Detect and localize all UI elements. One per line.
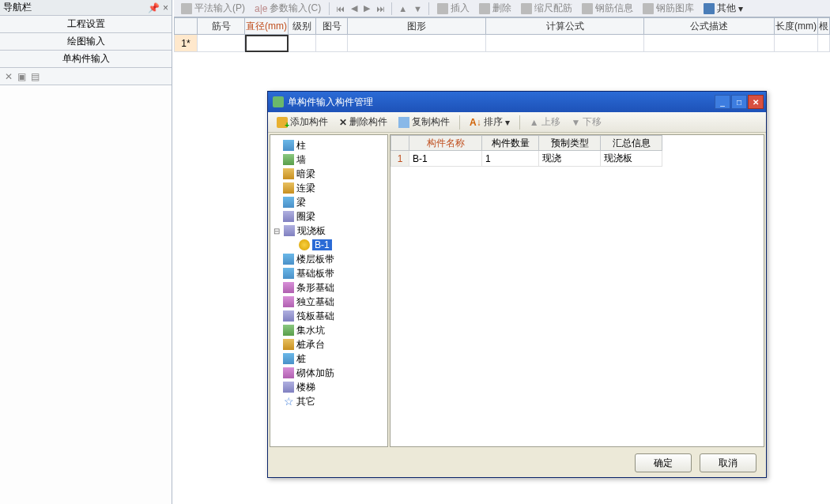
- grid-header-cell[interactable]: 计算公式: [486, 17, 644, 35]
- grid-cell[interactable]: [775, 35, 818, 52]
- first-icon[interactable]: ⏮: [334, 4, 347, 13]
- component-manager-dialog: 单构件输入构件管理 _ □ ✕ 添加构件 ✕删除构件 复制构件 A↓排序▾ ▲上…: [267, 91, 767, 478]
- move-up-button[interactable]: ▲上移: [526, 114, 564, 130]
- tree-node[interactable]: 连梁: [272, 181, 386, 195]
- pin-icon[interactable]: 📌: [148, 2, 160, 13]
- up-icon[interactable]: ▲: [396, 4, 409, 13]
- close-icon[interactable]: ×: [163, 2, 168, 13]
- grid-cell[interactable]: [818, 35, 830, 52]
- maximize-button[interactable]: □: [731, 95, 747, 109]
- tree-node[interactable]: 桩: [272, 352, 386, 366]
- tree-node-child[interactable]: B-1: [272, 238, 386, 252]
- tree-node[interactable]: 条形基础: [272, 280, 386, 295]
- dialog-grid-cell[interactable]: 1: [482, 151, 539, 167]
- paste-icon[interactable]: ▤: [31, 71, 40, 82]
- grid-cell[interactable]: [198, 35, 245, 52]
- tree-node[interactable]: 筏板基础: [272, 309, 386, 323]
- tree-node-label: 桩: [296, 352, 306, 366]
- dialog-grid-header[interactable]: 构件数量: [482, 135, 539, 151]
- tree-node[interactable]: 桩承台: [272, 337, 386, 352]
- tree-node[interactable]: 独立基础: [272, 295, 386, 309]
- dialog-grid-header[interactable]: 预制类型: [539, 135, 601, 151]
- grid-header-cell[interactable]: [174, 17, 198, 35]
- tree-node-label: 集水坑: [296, 324, 325, 337]
- dialog-grid-cell[interactable]: B-1: [409, 151, 482, 167]
- dialog-grid-header[interactable]: [390, 135, 409, 151]
- canshu-input-button[interactable]: a|e参数输入(C): [251, 1, 325, 16]
- dialog-grid-header[interactable]: 汇总信息: [601, 135, 662, 151]
- grid-cell[interactable]: [245, 35, 289, 52]
- next-icon[interactable]: ▶: [361, 3, 372, 13]
- grid-header-cell[interactable]: 长度(mm): [775, 17, 818, 35]
- tree-node-icon: [283, 154, 294, 165]
- minimize-button[interactable]: _: [715, 95, 730, 109]
- dialog-grid-cell[interactable]: 现浇: [539, 151, 601, 167]
- grid-header-cell[interactable]: 图号: [316, 17, 348, 35]
- grid-cell[interactable]: [348, 35, 486, 52]
- move-down-button[interactable]: ▼下移: [568, 114, 606, 130]
- tree-node-label: 独立基础: [296, 295, 334, 309]
- pingfa-input-button[interactable]: 平法输入(P): [177, 1, 249, 16]
- tree-node-label: 梁: [296, 196, 306, 209]
- tree-node[interactable]: 墙: [272, 152, 386, 167]
- delete-icon[interactable]: ✕: [5, 71, 13, 82]
- grid-cell[interactable]: [289, 35, 316, 52]
- tree-node[interactable]: 现浇板: [272, 224, 386, 238]
- tree-node-label: 楼层板带: [296, 253, 334, 266]
- grid-cell[interactable]: [486, 35, 644, 52]
- add-component-button[interactable]: 添加构件: [273, 114, 332, 130]
- down-icon[interactable]: ▼: [411, 4, 424, 13]
- dialog-grid-row[interactable]: 1B-11现浇现浇板: [390, 151, 764, 167]
- prev-icon[interactable]: ◀: [349, 3, 360, 13]
- nav-item-single-component-input[interactable]: 单构件输入: [0, 51, 172, 68]
- tree-node-icon: [283, 182, 294, 194]
- grid-header-cell[interactable]: 图形: [348, 17, 486, 35]
- last-icon[interactable]: ⏭: [374, 4, 387, 13]
- tree-node[interactable]: 梁: [272, 195, 386, 209]
- grid-cell[interactable]: [316, 35, 348, 52]
- dialog-title-bar[interactable]: 单构件输入构件管理 _ □ ✕: [268, 92, 766, 112]
- nav-item-project-settings[interactable]: 工程设置: [0, 16, 172, 33]
- tree-node[interactable]: 暗梁: [272, 167, 386, 181]
- component-tree[interactable]: 柱墙暗梁连梁梁圈梁现浇板B-1楼层板带基础板带条形基础独立基础筏板基础集水坑桩承…: [270, 134, 388, 447]
- folder-icon[interactable]: ▣: [17, 71, 26, 82]
- tree-node-label: 砌体加筋: [296, 367, 334, 380]
- tree-node[interactable]: ☆其它: [272, 394, 386, 408]
- gangjin-lib-button[interactable]: 钢筋图库: [639, 1, 698, 16]
- insert-button[interactable]: 插入: [433, 1, 473, 16]
- grid-cell[interactable]: [644, 35, 775, 52]
- suochi-button[interactable]: 缩尺配筋: [517, 1, 576, 16]
- tree-node-label: 楼梯: [296, 381, 315, 394]
- tree-node[interactable]: 集水坑: [272, 323, 386, 337]
- grid-header-cell[interactable]: 直径(mm): [245, 17, 289, 35]
- grid-header-cell[interactable]: 根: [818, 17, 830, 35]
- dialog-grid-cell[interactable]: 现浇板: [601, 151, 662, 167]
- tree-node[interactable]: 楼层板带: [272, 252, 386, 266]
- tree-node-icon: [283, 197, 294, 208]
- tree-node[interactable]: 圈梁: [272, 209, 386, 224]
- tree-node[interactable]: 柱: [272, 138, 386, 152]
- dialog-grid-header[interactable]: 构件名称: [409, 135, 482, 151]
- cancel-button[interactable]: 取消: [700, 453, 756, 472]
- copy-component-button[interactable]: 复制构件: [394, 114, 454, 130]
- grid-cell[interactable]: 1*: [174, 35, 198, 52]
- grid-header-cell[interactable]: 筋号: [198, 17, 245, 35]
- close-button[interactable]: ✕: [748, 95, 764, 109]
- dialog-grid-cell[interactable]: 1: [390, 151, 409, 167]
- grid-header-cell[interactable]: 级别: [289, 17, 316, 35]
- grid-header-cell[interactable]: 公式描述: [644, 17, 775, 35]
- tree-node-label: 基础板带: [296, 267, 334, 280]
- ok-button[interactable]: 确定: [635, 453, 692, 472]
- delete-component-button[interactable]: ✕删除构件: [335, 114, 391, 130]
- tree-node[interactable]: 楼梯: [272, 380, 386, 394]
- tree-node-label: 筏板基础: [296, 310, 334, 323]
- gangjin-info-button[interactable]: 钢筋信息: [578, 1, 637, 16]
- nav-icon-row: ✕ ▣ ▤: [0, 68, 172, 85]
- main-grid: 筋号直径(mm)级别图号图形计算公式公式描述长度(mm)根 1*: [174, 17, 830, 52]
- tree-node[interactable]: 基础板带: [272, 266, 386, 280]
- tree-node[interactable]: 砌体加筋: [272, 366, 386, 380]
- nav-item-drawing-input[interactable]: 绘图输入: [0, 33, 172, 51]
- sort-dropdown[interactable]: A↓排序▾: [466, 114, 514, 130]
- other-dropdown[interactable]: 其他▾: [700, 1, 747, 16]
- delete-button[interactable]: 删除: [475, 1, 515, 16]
